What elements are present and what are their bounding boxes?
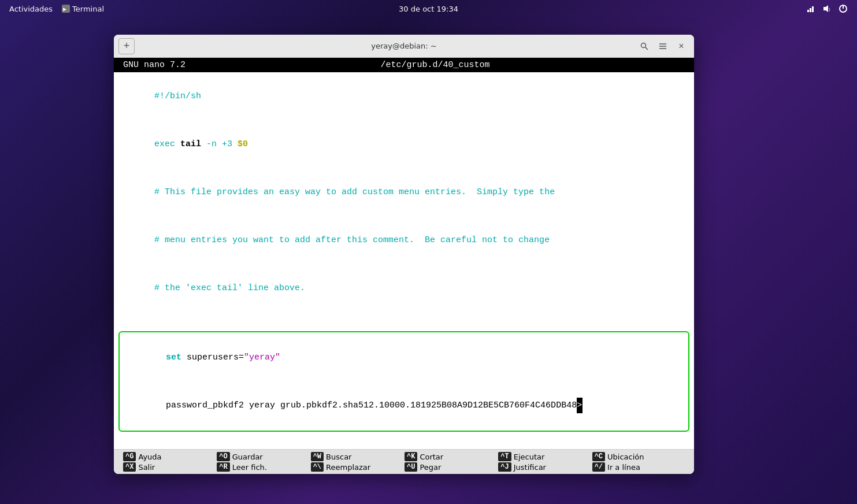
- space: [232, 139, 238, 149]
- close-button[interactable]: ×: [673, 38, 689, 54]
- yeray-string: "yeray": [244, 353, 280, 362]
- shortcut-label-w: Buscar: [326, 453, 351, 461]
- system-bar: Actividades ▶ Terminal 30 de oct 19:34 ): [0, 0, 857, 17]
- window-titlebar: + yeray@debian: ~ ×: [114, 35, 694, 58]
- shortcut-key-c: ^C: [592, 452, 605, 461]
- shortcut-key-j: ^J: [498, 462, 511, 472]
- system-bar-right: ): [806, 4, 848, 13]
- shortcut-cut: ^K Cortar: [405, 452, 497, 461]
- shortcut-goto: ^/ Ir a línea: [592, 462, 685, 472]
- terminal-icon: ▶: [62, 5, 70, 13]
- comment-line-4: # menu entries you want to add after thi…: [154, 235, 550, 245]
- shortcut-key-x: ^X: [123, 462, 136, 472]
- shortcut-key-g: ^G: [123, 452, 136, 461]
- svg-rect-4: [812, 6, 814, 12]
- shortcut-help: ^G Ayuda: [123, 452, 216, 461]
- dollar-zero: $0: [238, 139, 248, 149]
- shortcut-label-x: Salir: [138, 463, 155, 472]
- svg-point-9: [641, 43, 646, 47]
- hamburger-icon: [659, 42, 667, 50]
- shortcut-replace: ^\ Reemplazar: [311, 462, 403, 472]
- shortcut-label-j: Justificar: [514, 463, 546, 472]
- dash-n: -n: [201, 139, 222, 149]
- search-button[interactable]: [636, 38, 652, 54]
- comment-line-5: # the 'exec tail' line above.: [154, 283, 305, 293]
- shortcuts-bar: ^G Ayuda ^O Guardar ^W Buscar ^K Cortar …: [114, 449, 694, 474]
- set-keyword: set: [166, 353, 181, 362]
- shortcut-key-t: ^T: [498, 452, 511, 461]
- shortcut-label-slash: Ir a línea: [607, 463, 640, 472]
- svg-marker-5: [823, 5, 828, 12]
- search-icon: [640, 42, 648, 50]
- nano-filename: /etc/grub.d/40_custom: [381, 60, 490, 70]
- system-bar-left: Actividades ▶ Terminal: [9, 5, 104, 13]
- editor-line-8: password_pbkdf2 yeray grub.pbkdf2.sha512…: [124, 381, 684, 429]
- svg-text:): ): [829, 8, 830, 12]
- editor-line-3: # This file provides an easy way to add …: [114, 168, 694, 216]
- activities-label[interactable]: Actividades: [9, 5, 53, 13]
- editor-line-6: [114, 312, 694, 329]
- shortcut-justify: ^J Justificar: [498, 462, 591, 472]
- plus3: +3: [222, 139, 232, 149]
- datetime-label: 30 de oct 19:34: [399, 5, 458, 13]
- window-title: yeray@debian: ~: [371, 42, 436, 50]
- shortcut-location: ^C Ubicación: [592, 452, 685, 461]
- cursor: >: [577, 398, 583, 413]
- shortcut-key-w: ^W: [311, 452, 324, 461]
- password-line: password_pbkdf2 yeray grub.pbkdf2.sha512…: [166, 401, 577, 410]
- shortcut-label-g: Ayuda: [138, 453, 161, 461]
- svg-line-10: [645, 47, 648, 50]
- nano-version: GNU nano 7.2: [123, 60, 186, 70]
- terminal-app-label: ▶ Terminal: [62, 5, 104, 13]
- editor-line-5: # the 'exec tail' line above.: [114, 264, 694, 312]
- exec-keyword: exec: [154, 139, 180, 149]
- shortcut-key-r: ^R: [217, 462, 229, 472]
- terminal-window: + yeray@debian: ~ × GNU nano 7.2 /etc/: [114, 35, 694, 474]
- comment-line-3: # This file provides an easy way to add …: [154, 187, 555, 197]
- network-icon: [806, 4, 815, 13]
- shortcut-label-o: Guardar: [232, 453, 263, 461]
- editor-line-1: #!/bin/sh: [114, 72, 694, 120]
- set-rest: superusers=: [181, 353, 244, 362]
- nano-header: GNU nano 7.2 /etc/grub.d/40_custom: [114, 58, 694, 72]
- shortcut-label-backslash: Reemplazar: [326, 463, 370, 472]
- shortcut-key-backslash: ^\: [311, 462, 324, 472]
- selection-highlight: set superusers="yeray" password_pbkdf2 y…: [118, 331, 689, 432]
- tail-keyword: tail: [180, 139, 201, 149]
- shebang-line: #!/bin/sh: [154, 91, 201, 101]
- shortcut-label-k: Cortar: [420, 453, 443, 461]
- titlebar-left: +: [118, 38, 135, 54]
- shortcut-exit: ^X Salir: [123, 462, 216, 472]
- power-icon: [839, 4, 848, 13]
- sound-icon: ): [822, 4, 832, 13]
- editor-line-4: # menu entries you want to add after thi…: [114, 216, 694, 264]
- system-bar-datetime: 30 de oct 19:34: [399, 5, 458, 13]
- svg-text:▶: ▶: [63, 6, 66, 12]
- shortcut-save: ^O Guardar: [217, 452, 309, 461]
- shortcut-key-k: ^K: [405, 452, 417, 461]
- terminal-text: Terminal: [72, 5, 104, 13]
- shortcut-exec: ^T Ejecutar: [498, 452, 591, 461]
- shortcut-label-t: Ejecutar: [514, 453, 545, 461]
- shortcut-key-u: ^U: [405, 462, 417, 472]
- shortcut-key-slash: ^/: [592, 462, 605, 472]
- shortcut-label-u: Pegar: [420, 463, 441, 472]
- shortcut-key-o: ^O: [217, 452, 229, 461]
- editor-cursor-line: [114, 434, 694, 449]
- add-tab-button[interactable]: +: [118, 38, 135, 54]
- editor-line-7: set superusers="yeray": [124, 333, 684, 381]
- editor-line-2: exec tail -n +3 $0: [114, 120, 694, 168]
- shortcut-label-c: Ubicación: [607, 453, 644, 461]
- shortcut-search: ^W Buscar: [311, 452, 403, 461]
- shortcut-label-r: Leer fich.: [232, 463, 267, 472]
- shortcut-read: ^R Leer fich.: [217, 462, 309, 472]
- titlebar-right: ×: [636, 38, 689, 54]
- svg-rect-3: [810, 8, 811, 12]
- editor-area[interactable]: #!/bin/sh exec tail -n +3 $0 # This file…: [114, 72, 694, 449]
- shortcut-paste: ^U Pegar: [405, 462, 497, 472]
- menu-button[interactable]: [655, 38, 671, 54]
- svg-rect-2: [807, 10, 809, 12]
